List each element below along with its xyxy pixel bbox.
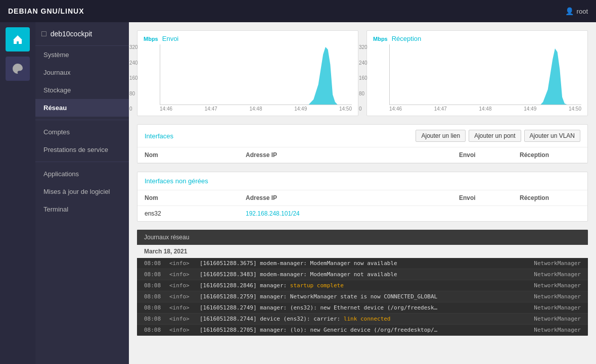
log-time: 08:08 <box>144 293 169 300</box>
sidebar-item-applications[interactable]: Applications <box>35 165 129 183</box>
topbar-user[interactable]: root <box>565 7 588 15</box>
y-label: 320 <box>359 44 368 50</box>
log-level: <info> <box>169 271 200 278</box>
home-icon-btn[interactable] <box>6 27 30 51</box>
receive-chart-header: Mbps Réception <box>373 35 581 42</box>
topbar-title: DEBIAN GNU/LINUX <box>8 7 84 15</box>
log-msg: [1616051288.2749] manager: (ens32): new … <box>200 304 515 311</box>
journal-section: Journaux réseau March 18, 2021 08:08 <in… <box>137 230 588 336</box>
x-label: 14:47 <box>205 106 217 112</box>
receive-chart-unit: Mbps <box>373 36 388 42</box>
y-label: 80 <box>129 91 138 96</box>
unmanaged-title: Interfaces non gérées <box>137 172 587 190</box>
sidebar-host: □ deb10cockpit <box>35 22 129 46</box>
palette-icon-btn[interactable] <box>6 57 30 81</box>
journal-row: 08:08 <info> [1616051288.3675] modem-man… <box>137 258 588 269</box>
iface-ip[interactable]: 192.168.248.101/24 <box>246 210 459 217</box>
log-source: NetworkManager <box>515 304 581 311</box>
sidebar-item-journaux[interactable]: Journaux <box>35 64 129 81</box>
x-label: 14:50 <box>569 106 581 112</box>
log-msg: [1616051288.2744] device (ens32): carrie… <box>200 316 515 322</box>
interfaces-actions: Ajouter un lien Ajouter un pont Ajouter … <box>416 130 580 142</box>
journal-row: 08:08 <info> [1616051288.2846] manager: … <box>137 280 588 291</box>
host-icon: □ <box>41 29 47 38</box>
col-nom-u: Nom <box>145 194 246 201</box>
log-msg: [1616051288.3483] modem-manager: ModemMa… <box>200 271 515 278</box>
log-source: NetworkManager <box>515 293 581 300</box>
x-label: 14:50 <box>339 106 352 112</box>
col-receive: Réception <box>520 151 580 159</box>
interfaces-section: Interfaces Ajouter un lien Ajouter un po… <box>137 124 588 164</box>
receive-chart-x-labels: 14:46 14:47 14:48 14:49 14:50 <box>389 106 581 112</box>
y-label: 320 <box>129 44 138 50</box>
receive-chart-card: Mbps Réception 320 240 160 80 0 <box>366 30 588 116</box>
col-send: Envoi <box>459 151 520 159</box>
svg-marker-0 <box>160 47 352 105</box>
log-level: <info> <box>169 304 200 311</box>
interfaces-section-header: Interfaces Ajouter un lien Ajouter un po… <box>137 125 587 147</box>
receive-chart-wrapper: 320 240 160 80 0 14:46 14:47 <box>373 44 581 112</box>
content-area: Mbps Envoi 320 240 160 80 0 <box>129 22 596 364</box>
icon-bar <box>0 22 35 364</box>
send-chart-area <box>160 44 352 105</box>
journal-row: 08:08 <info> [1616051288.2749] manager: … <box>137 302 588 314</box>
sidebar-item-terminal[interactable]: Terminal <box>35 200 129 218</box>
journal-title: Journaux réseau <box>144 234 189 241</box>
log-time: 08:08 <box>144 327 169 333</box>
col-receive-u: Réception <box>520 194 580 201</box>
add-vlan-button[interactable]: Ajouter un VLAN <box>524 130 580 142</box>
col-ip-u: Adresse IP <box>246 194 459 201</box>
x-label: 14:49 <box>524 106 536 112</box>
log-level: <info> <box>169 260 200 267</box>
sidebar-item-stockage[interactable]: Stockage <box>35 81 129 99</box>
x-label: 14:46 <box>160 106 172 112</box>
iface-send <box>459 210 520 217</box>
send-chart-card: Mbps Envoi 320 240 160 80 0 <box>137 30 358 116</box>
sidebar-item-reseau[interactable]: Réseau <box>35 99 129 117</box>
svg-marker-1 <box>390 48 581 105</box>
receive-chart-title: Réception <box>392 35 422 42</box>
journal-header: Journaux réseau <box>137 230 588 245</box>
col-send-u: Envoi <box>459 194 520 201</box>
log-level: <info> <box>169 327 200 333</box>
sidebar-item-mises-a-jour[interactable]: Mises à jour de logiciel <box>35 183 129 200</box>
log-level: <info> <box>169 293 200 300</box>
charts-row: Mbps Envoi 320 240 160 80 0 <box>137 30 588 116</box>
y-label: 240 <box>359 60 368 66</box>
iface-name: ens32 <box>145 210 246 217</box>
send-chart-wrapper: 320 240 160 80 0 14:46 14:47 <box>144 44 352 112</box>
sidebar-item-prestations[interactable]: Prestations de service <box>35 141 129 159</box>
sidebar-item-comptes[interactable]: Comptes <box>35 123 129 141</box>
log-level: <info> <box>169 282 200 289</box>
journal-row: 08:08 <info> [1616051288.2744] device (e… <box>137 314 588 325</box>
sidebar-divider-2 <box>35 162 129 162</box>
send-chart-unit: Mbps <box>144 36 158 42</box>
add-bridge-button[interactable]: Ajouter un pont <box>469 130 521 142</box>
x-label: 14:48 <box>249 106 262 112</box>
log-source: NetworkManager <box>515 327 581 333</box>
log-msg: [1616051288.2705] manager: (lo): new Gen… <box>200 327 515 333</box>
journal-row: 08:08 <info> [1616051288.2759] manager: … <box>137 291 588 302</box>
y-label: 0 <box>359 106 368 112</box>
iface-receive <box>520 210 580 217</box>
add-link-button[interactable]: Ajouter un lien <box>416 130 466 142</box>
send-chart-x-labels: 14:46 14:47 14:48 14:49 14:50 <box>160 106 352 112</box>
x-label: 14:48 <box>479 106 491 112</box>
log-time: 08:08 <box>144 282 169 289</box>
log-source: NetworkManager <box>515 282 581 289</box>
x-label: 14:46 <box>389 106 402 112</box>
journal-row: 08:08 <info> [1616051288.2705] manager: … <box>137 325 588 336</box>
receive-chart-area <box>389 44 581 105</box>
col-nom: Nom <box>145 151 246 159</box>
x-label: 14:47 <box>434 106 447 112</box>
unmanaged-section: Interfaces non gérées Nom Adresse IP Env… <box>137 172 588 222</box>
log-msg: [1616051288.2759] manager: NetworkManage… <box>200 293 515 300</box>
log-time: 08:08 <box>144 271 169 278</box>
interfaces-table-header: Nom Adresse IP Envoi Réception <box>137 147 587 163</box>
journal-date: March 18, 2021 <box>137 245 588 258</box>
col-ip: Adresse IP <box>246 151 459 159</box>
send-chart-y-labels: 320 240 160 80 0 <box>129 44 138 112</box>
log-source: NetworkManager <box>515 271 581 278</box>
log-msg: [1616051288.2846] manager: startup compl… <box>200 282 515 289</box>
sidebar-item-systeme[interactable]: Système <box>35 46 129 64</box>
